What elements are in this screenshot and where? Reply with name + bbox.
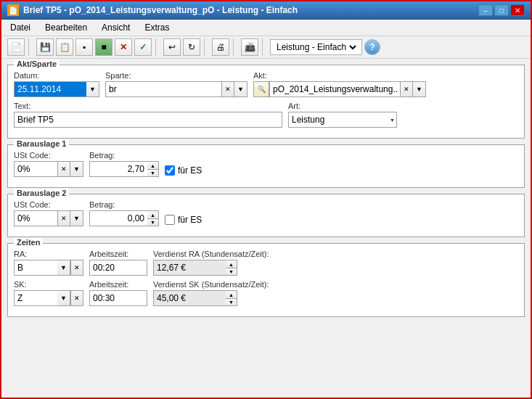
- sk-verdienst-label: Verdienst SK (Stundensatz/Zeit):: [153, 280, 269, 289]
- sk-dropdown-btn[interactable]: ▼: [57, 290, 70, 306]
- ba2-spinner: ▲ ▼: [147, 210, 159, 226]
- akt-label: Akt:: [253, 71, 426, 80]
- toolbar-sep-1: [28, 38, 33, 56]
- ra-verdienst-spinner-down[interactable]: ▼: [226, 268, 237, 276]
- ba2-ust-clear-btn[interactable]: ✕: [57, 210, 70, 226]
- help-button[interactable]: ?: [364, 39, 380, 55]
- menu-bar: Datei Bearbeiten Ansicht Extras: [1, 20, 531, 36]
- view-dropdown[interactable]: Leistung - Einfach: [270, 39, 362, 55]
- text-label: Text:: [14, 102, 282, 110]
- ba1-ust-input[interactable]: [14, 161, 57, 177]
- akt-sparte-group: Akt/Sparte Datum: ▼ Sparte: ✕ ▼: [7, 65, 525, 139]
- ra-clear-btn[interactable]: ✕: [70, 260, 83, 276]
- ba1-betrag-group: Betrag: ▲ ▼: [89, 151, 159, 177]
- main-window: 📄 Brief TP5 - pO_2014_Leistungsverwaltun…: [0, 0, 532, 399]
- ba1-spinner: ▲ ▼: [147, 161, 159, 177]
- ra-arbeitszeit-group: Arbeitszeit:: [89, 250, 147, 276]
- tb-btn-3[interactable]: ▪: [75, 38, 93, 56]
- ba2-fuer-es-label[interactable]: für ES: [165, 215, 202, 225]
- datum-input[interactable]: [14, 81, 86, 97]
- save-button[interactable]: 💾: [36, 38, 54, 56]
- view-select[interactable]: Leistung - Einfach: [274, 41, 359, 53]
- title-controls: – □ ✕: [478, 4, 525, 16]
- sk-verdienst-spinner: ▲ ▼: [226, 290, 237, 306]
- confirm-button[interactable]: ✓: [134, 38, 152, 56]
- sk-clear-btn[interactable]: ✕: [70, 290, 83, 306]
- ba2-ust-dropdown-btn[interactable]: ▼: [70, 210, 83, 226]
- sk-verdienst-spinner-up[interactable]: ▲: [226, 290, 237, 298]
- delete-button[interactable]: ✕: [115, 38, 132, 56]
- ba1-ust-clear-btn[interactable]: ✕: [57, 161, 70, 177]
- ba1-betrag-label: Betrag:: [89, 151, 159, 160]
- ba1-fuer-es-text: für ES: [178, 165, 202, 176]
- ba2-spinner-down[interactable]: ▼: [147, 218, 159, 226]
- ra-arbeitszeit-label: Arbeitszeit:: [89, 250, 147, 258]
- ra-arbeitszeit-input[interactable]: [89, 260, 147, 276]
- ra-verdienst-input[interactable]: [153, 260, 226, 276]
- akt-sparte-label: Akt/Sparte: [14, 59, 60, 68]
- barauslage1-group: Barauslage 1 USt Code: ✕ ▼ Betrag:: [7, 144, 525, 188]
- ba2-spinner-up[interactable]: ▲: [147, 210, 159, 218]
- ra-input[interactable]: [14, 260, 57, 276]
- sk-group: SK: ▼ ✕: [14, 280, 83, 306]
- akt-search-btn[interactable]: 🔍: [253, 81, 269, 97]
- zeiten-label: Zeiten: [14, 238, 43, 247]
- ba1-ust-wrapper: ✕ ▼: [14, 161, 83, 177]
- ba2-fuer-es-text: für ES: [178, 215, 202, 225]
- sk-arbeitszeit-group: Arbeitszeit:: [89, 280, 147, 306]
- ba2-ust-input[interactable]: [14, 210, 57, 226]
- ba1-betrag-input[interactable]: [89, 161, 147, 177]
- sk-verdienst-spinner-down[interactable]: ▼: [226, 298, 237, 306]
- ba1-fuer-es-group: für ES: [165, 165, 202, 177]
- undo-button[interactable]: ↩: [163, 38, 181, 56]
- ba2-ust-group: USt Code: ✕ ▼: [14, 200, 83, 226]
- sparte-input[interactable]: [105, 81, 221, 97]
- akt-input[interactable]: [269, 81, 400, 97]
- ba1-ust-group: USt Code: ✕ ▼: [14, 151, 83, 177]
- akt-sparte-row1: Datum: ▼ Sparte: ✕ ▼: [14, 71, 518, 97]
- ba1-spinner-down[interactable]: ▼: [147, 169, 159, 177]
- copy-button[interactable]: 📋: [56, 38, 73, 56]
- menu-ansicht[interactable]: Ansicht: [99, 21, 133, 34]
- ba1-fuer-es-checkbox[interactable]: [165, 165, 175, 176]
- sparte-dropdown-btn[interactable]: ▼: [234, 81, 247, 97]
- ra-group: RA: ▼ ✕: [14, 250, 83, 276]
- sk-arbeitszeit-input[interactable]: [89, 290, 147, 306]
- new-button[interactable]: 📄: [7, 38, 25, 56]
- close-button[interactable]: ✕: [510, 4, 525, 16]
- akt-dropdown-btn[interactable]: ▼: [413, 81, 426, 97]
- ba2-fuer-es-checkbox[interactable]: [165, 215, 175, 225]
- ra-input-wrapper: ▼ ✕: [14, 260, 83, 276]
- ba1-ust-dropdown-btn[interactable]: ▼: [70, 161, 83, 177]
- akt-clear-btn[interactable]: ✕: [400, 81, 413, 97]
- maximize-button[interactable]: □: [494, 4, 509, 16]
- ba2-betrag-input[interactable]: [89, 210, 147, 226]
- minimize-button[interactable]: –: [478, 4, 493, 16]
- menu-extras[interactable]: Extras: [142, 21, 172, 34]
- sk-arbeitszeit-label: Arbeitszeit:: [89, 280, 147, 289]
- ra-verdienst-spinner: ▲ ▼: [226, 260, 237, 276]
- menu-datei[interactable]: Datei: [7, 21, 33, 34]
- datum-group: Datum: ▼: [14, 71, 99, 97]
- art-group: Art: Leistung Barauslage Zeit: [288, 102, 397, 128]
- akt-sparte-row2: Text: Art: Leistung Barauslage Zeit: [14, 102, 518, 128]
- datum-dropdown-btn[interactable]: ▼: [86, 81, 99, 97]
- menu-bearbeiten[interactable]: Bearbeiten: [42, 21, 90, 34]
- toolbar-sep-3: [204, 38, 208, 56]
- redo-button[interactable]: ↻: [183, 38, 200, 56]
- print-button[interactable]: 🖨: [212, 38, 229, 56]
- zeiten-group: Zeiten RA: ▼ ✕ Arbeitszeit:: [7, 243, 525, 317]
- text-input[interactable]: [14, 112, 282, 128]
- sk-verdienst-input[interactable]: [153, 290, 226, 306]
- green-button[interactable]: ■: [95, 38, 112, 56]
- ba2-betrag-wrapper: ▲ ▼: [89, 210, 159, 226]
- sk-verdienst-wrapper: ▲ ▼: [153, 290, 269, 306]
- ba1-spinner-up[interactable]: ▲: [147, 161, 159, 169]
- sparte-clear-btn[interactable]: ✕: [221, 81, 234, 97]
- fax-button[interactable]: 📠: [241, 38, 258, 56]
- ra-dropdown-btn[interactable]: ▼: [57, 260, 70, 276]
- sk-input[interactable]: [14, 290, 57, 306]
- ba1-fuer-es-label[interactable]: für ES: [165, 165, 202, 176]
- art-select[interactable]: Leistung Barauslage Zeit: [288, 112, 397, 128]
- ra-verdienst-spinner-up[interactable]: ▲: [226, 260, 237, 268]
